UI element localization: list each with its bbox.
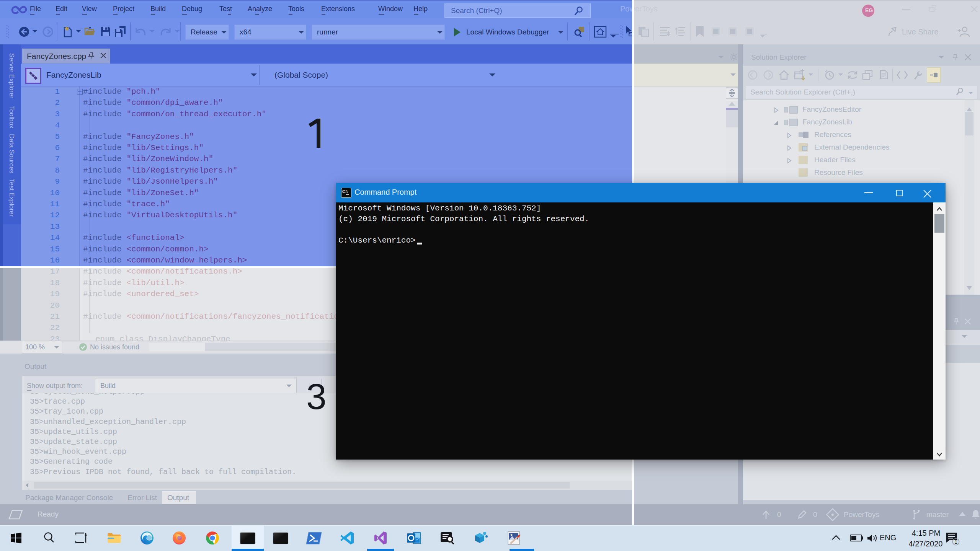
svg-text:1: 1 bbox=[954, 539, 957, 545]
